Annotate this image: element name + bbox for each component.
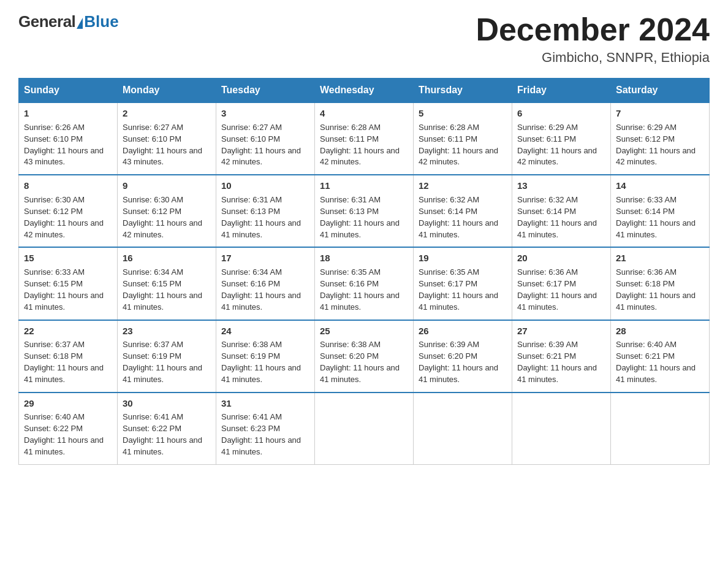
page-header: General Blue December 2024 Gimbicho, SNN… [18, 12, 710, 66]
month-year-title: December 2024 [476, 12, 710, 47]
sunset-text: Sunset: 6:21 PM [517, 351, 576, 361]
header-friday: Friday [512, 79, 611, 103]
day-number: 7 [616, 107, 704, 120]
day-number: 20 [517, 251, 605, 265]
daylight-text: Daylight: 11 hours and 42 minutes. [123, 218, 202, 239]
calendar-cell: 14Sunrise: 6:33 AMSunset: 6:14 PMDayligh… [611, 175, 710, 247]
sunrise-text: Sunrise: 6:40 AM [24, 412, 85, 421]
sunrise-text: Sunrise: 6:39 AM [419, 340, 479, 349]
calendar-table: SundayMondayTuesdayWednesdayThursdayFrid… [18, 78, 710, 465]
sunrise-text: Sunrise: 6:34 AM [123, 267, 183, 277]
calendar-cell: 12Sunrise: 6:32 AMSunset: 6:14 PMDayligh… [414, 175, 512, 247]
sunset-text: Sunset: 6:22 PM [123, 424, 181, 433]
sunset-text: Sunset: 6:10 PM [24, 134, 83, 144]
sunrise-text: Sunrise: 6:36 AM [517, 267, 578, 277]
daylight-text: Daylight: 11 hours and 41 minutes. [517, 291, 597, 312]
sunrise-text: Sunrise: 6:34 AM [221, 267, 282, 277]
sunrise-text: Sunrise: 6:27 AM [123, 123, 183, 132]
sunrise-text: Sunrise: 6:31 AM [221, 195, 282, 204]
sunrise-text: Sunrise: 6:38 AM [320, 340, 381, 349]
sunset-text: Sunset: 6:14 PM [616, 207, 675, 216]
daylight-text: Daylight: 11 hours and 41 minutes. [221, 218, 301, 239]
day-number: 26 [419, 324, 507, 338]
day-number: 5 [419, 107, 507, 120]
day-number: 1 [24, 107, 112, 120]
sunset-text: Sunset: 6:11 PM [320, 134, 379, 144]
calendar-cell: 19Sunrise: 6:35 AMSunset: 6:17 PMDayligh… [414, 247, 512, 320]
daylight-text: Daylight: 11 hours and 43 minutes. [123, 146, 202, 167]
calendar-cell: 18Sunrise: 6:35 AMSunset: 6:16 PMDayligh… [315, 247, 414, 320]
daylight-text: Daylight: 11 hours and 41 minutes. [123, 435, 202, 456]
day-number: 23 [123, 324, 211, 338]
day-number: 19 [419, 251, 507, 265]
daylight-text: Daylight: 11 hours and 41 minutes. [24, 363, 104, 384]
daylight-text: Daylight: 11 hours and 41 minutes. [419, 363, 498, 384]
calendar-cell: 31Sunrise: 6:41 AMSunset: 6:23 PMDayligh… [216, 393, 315, 465]
daylight-text: Daylight: 11 hours and 41 minutes. [221, 291, 301, 312]
sunset-text: Sunset: 6:20 PM [419, 351, 477, 361]
sunset-text: Sunset: 6:13 PM [320, 207, 379, 216]
calendar-cell: 9Sunrise: 6:30 AMSunset: 6:12 PMDaylight… [118, 175, 216, 247]
day-number: 24 [221, 324, 309, 338]
calendar-cell: 16Sunrise: 6:34 AMSunset: 6:15 PMDayligh… [118, 247, 216, 320]
day-number: 25 [320, 324, 408, 338]
day-number: 11 [320, 179, 408, 193]
calendar-cell [414, 393, 512, 465]
day-number: 30 [123, 397, 211, 410]
calendar-cell: 30Sunrise: 6:41 AMSunset: 6:22 PMDayligh… [118, 393, 216, 465]
calendar-cell: 15Sunrise: 6:33 AMSunset: 6:15 PMDayligh… [19, 247, 118, 320]
header-tuesday: Tuesday [216, 79, 315, 103]
day-number: 8 [24, 179, 112, 193]
daylight-text: Daylight: 11 hours and 41 minutes. [419, 218, 498, 239]
sunset-text: Sunset: 6:10 PM [123, 134, 181, 144]
daylight-text: Daylight: 11 hours and 42 minutes. [320, 146, 400, 167]
sunset-text: Sunset: 6:14 PM [517, 207, 576, 216]
sunset-text: Sunset: 6:14 PM [419, 207, 477, 216]
daylight-text: Daylight: 11 hours and 41 minutes. [517, 218, 597, 239]
week-row-4: 22Sunrise: 6:37 AMSunset: 6:18 PMDayligh… [19, 320, 710, 393]
sunrise-text: Sunrise: 6:37 AM [24, 340, 85, 349]
calendar-cell: 5Sunrise: 6:28 AMSunset: 6:11 PMDaylight… [414, 102, 512, 175]
day-number: 28 [616, 324, 704, 338]
sunrise-text: Sunrise: 6:30 AM [24, 195, 85, 204]
sunset-text: Sunset: 6:15 PM [24, 279, 83, 288]
sunset-text: Sunset: 6:20 PM [320, 351, 379, 361]
header-row: SundayMondayTuesdayWednesdayThursdayFrid… [19, 79, 710, 103]
calendar-header: SundayMondayTuesdayWednesdayThursdayFrid… [19, 79, 710, 103]
calendar-cell: 20Sunrise: 6:36 AMSunset: 6:17 PMDayligh… [512, 247, 611, 320]
daylight-text: Daylight: 11 hours and 41 minutes. [221, 435, 301, 456]
sunrise-text: Sunrise: 6:27 AM [221, 123, 282, 132]
sunset-text: Sunset: 6:18 PM [24, 351, 83, 361]
sunset-text: Sunset: 6:12 PM [616, 134, 675, 144]
calendar-cell [512, 393, 611, 465]
calendar-cell: 29Sunrise: 6:40 AMSunset: 6:22 PMDayligh… [19, 393, 118, 465]
header-wednesday: Wednesday [315, 79, 414, 103]
calendar-cell: 23Sunrise: 6:37 AMSunset: 6:19 PMDayligh… [118, 320, 216, 393]
daylight-text: Daylight: 11 hours and 42 minutes. [24, 218, 104, 239]
calendar-body: 1Sunrise: 6:26 AMSunset: 6:10 PMDaylight… [19, 102, 710, 464]
logo-triangle-icon [77, 18, 83, 29]
calendar-cell: 24Sunrise: 6:38 AMSunset: 6:19 PMDayligh… [216, 320, 315, 393]
day-number: 16 [123, 251, 211, 265]
sunrise-text: Sunrise: 6:35 AM [320, 267, 381, 277]
sunrise-text: Sunrise: 6:29 AM [517, 123, 578, 132]
sunrise-text: Sunrise: 6:28 AM [419, 123, 479, 132]
day-number: 18 [320, 251, 408, 265]
daylight-text: Daylight: 11 hours and 43 minutes. [24, 146, 104, 167]
calendar-cell [315, 393, 414, 465]
day-number: 2 [123, 107, 211, 120]
calendar-cell: 13Sunrise: 6:32 AMSunset: 6:14 PMDayligh… [512, 175, 611, 247]
sunset-text: Sunset: 6:21 PM [616, 351, 675, 361]
sunset-text: Sunset: 6:11 PM [517, 134, 576, 144]
sunrise-text: Sunrise: 6:31 AM [320, 195, 381, 204]
sunset-text: Sunset: 6:18 PM [616, 279, 675, 288]
sunset-text: Sunset: 6:15 PM [123, 279, 181, 288]
calendar-cell: 11Sunrise: 6:31 AMSunset: 6:13 PMDayligh… [315, 175, 414, 247]
sunset-text: Sunset: 6:19 PM [123, 351, 181, 361]
day-number: 13 [517, 179, 605, 193]
daylight-text: Daylight: 11 hours and 41 minutes. [320, 218, 400, 239]
header-sunday: Sunday [19, 79, 118, 103]
sunset-text: Sunset: 6:12 PM [123, 207, 181, 216]
header-monday: Monday [118, 79, 216, 103]
calendar-cell: 7Sunrise: 6:29 AMSunset: 6:12 PMDaylight… [611, 102, 710, 175]
